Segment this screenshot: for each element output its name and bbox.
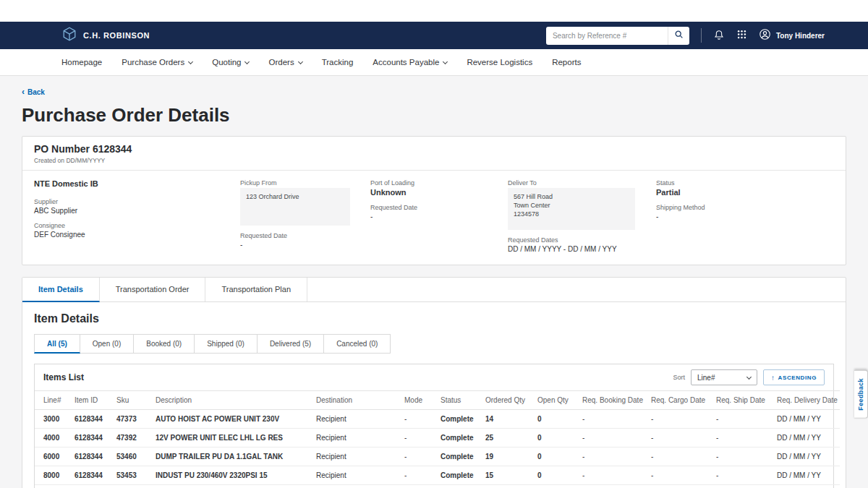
cell-req-delivery-date: DD / MM / YY — [773, 448, 840, 466]
cell-req-cargo-date: - — [647, 448, 712, 466]
shipping-method-value: - — [656, 213, 834, 221]
column-header-req-booking-date: Req. Booking Date — [579, 391, 647, 410]
cell-sku: 47373 — [113, 410, 152, 429]
port-of-loading-label: Port of Loading — [370, 179, 508, 187]
nav-item-tracking[interactable]: Tracking — [322, 58, 354, 67]
cell-open-qty: 0 — [534, 410, 579, 429]
nav-item-reverse-logistics[interactable]: Reverse Logistics — [467, 58, 532, 67]
cell-description: AUTO HOIST AC POWER UNIT 230V — [152, 410, 312, 429]
cell-req-booking-date: - — [579, 485, 647, 488]
nav-item-accounts-payable[interactable]: Accounts Payable — [373, 58, 447, 67]
supplier-value: ABC Supplier — [34, 207, 240, 215]
items-list-panel: Items List Sort Line# ↑ ASCENDING — [34, 364, 834, 488]
cell-line: 3000 — [35, 410, 71, 429]
sort-select[interactable]: Line# — [691, 369, 757, 385]
filter-tab-canceled-0[interactable]: Canceled (0) — [324, 334, 391, 354]
sort-label: Sort — [673, 374, 685, 381]
filter-tab-shipped-0[interactable]: Shipped (0) — [195, 334, 258, 354]
cell-line: 10000 — [35, 485, 71, 488]
search-input[interactable] — [546, 27, 668, 45]
cell-item-id: 6128344 — [71, 448, 113, 466]
port-of-loading-value: Unknown — [370, 188, 508, 197]
detail-tabs: Item DetailsTransportation OrderTranspor… — [22, 278, 846, 302]
cell-item-id: 6128344 — [71, 485, 113, 488]
items-list-title: Items List — [43, 372, 84, 382]
nav-item-label: Reverse Logistics — [467, 58, 532, 67]
nav-item-label: Tracking — [322, 58, 354, 67]
grid-icon — [736, 29, 747, 42]
cell-req-ship-date: - — [712, 429, 773, 448]
chevron-down-icon — [746, 374, 752, 379]
user-menu[interactable]: Tony Hinderer — [759, 28, 825, 43]
sort-direction-label: ASCENDING — [778, 374, 817, 381]
shipping-method-label: Shipping Method — [656, 204, 834, 211]
user-icon — [759, 28, 771, 43]
section-title: Item Details — [34, 312, 834, 325]
cell-status: Complete — [437, 485, 482, 488]
filter-tab-open-0[interactable]: Open (0) — [80, 334, 134, 354]
cell-line: 4000 — [35, 429, 71, 448]
po-summary-body: NTE Domestic IB Supplier ABC Supplier Co… — [22, 171, 846, 265]
cell-req-booking-date: - — [579, 448, 647, 466]
po-summary-header: PO Number 6128344 Created on DD/MM/YYYY — [22, 137, 846, 171]
deliver-address-line: 1234578 — [514, 210, 629, 218]
notifications-button[interactable] — [713, 29, 725, 43]
po-number: PO Number 6128344 — [34, 143, 834, 155]
status-column: Status Partial Shipping Method - — [656, 179, 834, 253]
cell-ordered-qty: 19 — [482, 448, 534, 466]
cell-req-delivery-date: DD / MM / YY — [773, 410, 840, 429]
deliver-column: Deliver To 567 Hill Road Town Center 123… — [508, 179, 656, 253]
po-created: Created on DD/MM/YYYY — [34, 157, 834, 164]
back-link[interactable]: ‹ Back — [22, 88, 45, 96]
cell-item-id: 6128344 — [71, 410, 113, 429]
cell-line: 6000 — [35, 448, 71, 466]
bell-icon — [713, 29, 725, 43]
filter-tab-delivered-5[interactable]: Delivered (5) — [258, 334, 324, 354]
chevron-down-icon — [298, 59, 303, 64]
cell-req-ship-date: - — [712, 466, 773, 485]
column-header-req-delivery-date: Req. Delivery Date — [773, 391, 840, 410]
nav-item-reports[interactable]: Reports — [552, 58, 581, 67]
deliver-to-label: Deliver To — [508, 179, 656, 187]
nav-item-homepage[interactable]: Homepage — [61, 58, 102, 67]
pickup-from-label: Pickup From — [240, 179, 370, 187]
nav-item-quoting[interactable]: Quoting — [212, 58, 249, 67]
nav-item-purchase-orders[interactable]: Purchase Orders — [122, 58, 192, 67]
brand-home-link[interactable]: C.H. ROBINSON — [61, 26, 150, 45]
items-list-header: Items List Sort Line# ↑ ASCENDING — [35, 364, 833, 390]
cell-req-delivery-date: DD / MM / YY — [773, 466, 840, 485]
cell-mode: - — [401, 485, 437, 488]
tab-item-details[interactable]: Item Details — [22, 278, 100, 302]
tab-transportation-order[interactable]: Transportation Order — [100, 278, 206, 301]
feedback-tab[interactable]: Feedback — [854, 370, 868, 419]
cell-req-booking-date: - — [579, 429, 647, 448]
search-button[interactable] — [668, 27, 689, 45]
pickup-address: 123 Orchard Drive — [246, 192, 344, 201]
nav-item-orders[interactable]: Orders — [268, 58, 302, 67]
cell-mode: - — [401, 429, 437, 448]
cell-destination: Recipient — [312, 485, 401, 488]
cell-req-ship-date: - — [712, 485, 773, 488]
cell-ordered-qty: 15 — [482, 466, 534, 485]
filter-tab-all-5[interactable]: All (5) — [34, 334, 80, 354]
cell-mode: - — [401, 448, 437, 466]
deliver-requested-dates-value: DD / MM / YYYY - DD / MM / YYY — [508, 245, 656, 253]
column-header-destination: Destination — [312, 391, 401, 410]
page-content: ‹ Back Purchase Order Details PO Number … — [0, 76, 868, 488]
port-column: Port of Loading Unknown Requested Date - — [370, 179, 508, 253]
pickup-address-box: 123 Orchard Drive — [240, 188, 350, 226]
cell-item-id: 6128344 — [71, 466, 113, 485]
sort-controls: Sort Line# ↑ ASCENDING — [673, 369, 825, 385]
tab-transportation-plan[interactable]: Transportation Plan — [205, 278, 307, 301]
sort-direction-button[interactable]: ↑ ASCENDING — [763, 369, 825, 385]
cell-ordered-qty: 14 — [482, 410, 534, 429]
column-header-line: Line# — [35, 391, 71, 410]
column-header-mode: Mode — [401, 391, 437, 410]
nav-item-label: Quoting — [212, 58, 241, 67]
column-header-description: Description — [152, 391, 312, 410]
deliver-requested-dates-label: Requested Dates — [508, 236, 656, 244]
apps-grid-button[interactable] — [736, 29, 747, 42]
filter-tab-booked-0[interactable]: Booked (0) — [134, 334, 195, 354]
pickup-column: Pickup From 123 Orchard Drive Requested … — [240, 179, 370, 253]
cell-req-cargo-date: - — [647, 429, 712, 448]
